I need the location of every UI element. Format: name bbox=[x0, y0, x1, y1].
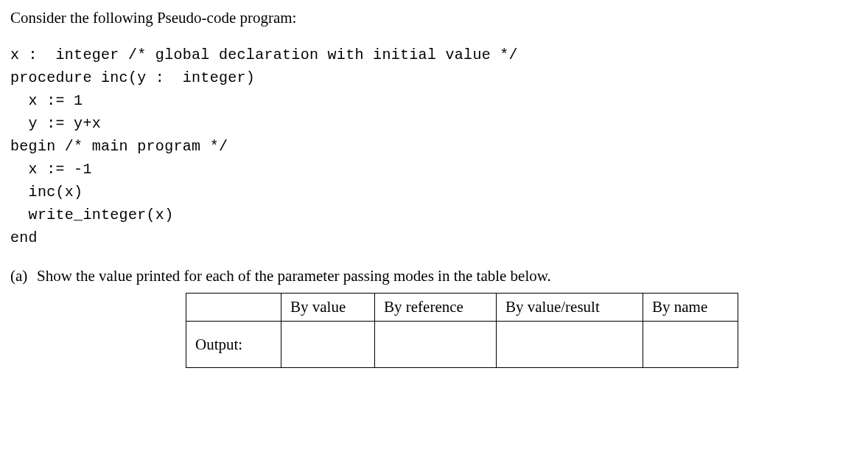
table-header-by-value: By value bbox=[281, 294, 375, 322]
intro-text: Consider the following Pseudo-code progr… bbox=[10, 9, 858, 27]
table-cell-by-value bbox=[281, 322, 375, 368]
table-cell-by-name bbox=[643, 322, 738, 368]
part-a: (a) Show the value printed for each of t… bbox=[10, 267, 858, 285]
table-header-by-reference: By reference bbox=[375, 294, 497, 322]
table-header-by-value-result: By value/result bbox=[497, 294, 643, 322]
table-cell-by-reference bbox=[375, 322, 497, 368]
table-header-row: By value By reference By value/result By… bbox=[186, 294, 738, 322]
part-a-text: Show the value printed for each of the p… bbox=[37, 267, 551, 285]
answer-table: By value By reference By value/result By… bbox=[186, 293, 738, 368]
table-header-by-name: By name bbox=[643, 294, 738, 322]
table-cell-by-value-result bbox=[497, 322, 643, 368]
table-header-blank bbox=[186, 294, 281, 322]
pseudocode-block: x : integer /* global declaration with i… bbox=[10, 44, 858, 249]
table-output-row: Output: bbox=[186, 322, 738, 368]
part-a-label: (a) bbox=[10, 267, 37, 285]
table-output-label: Output: bbox=[186, 322, 281, 368]
